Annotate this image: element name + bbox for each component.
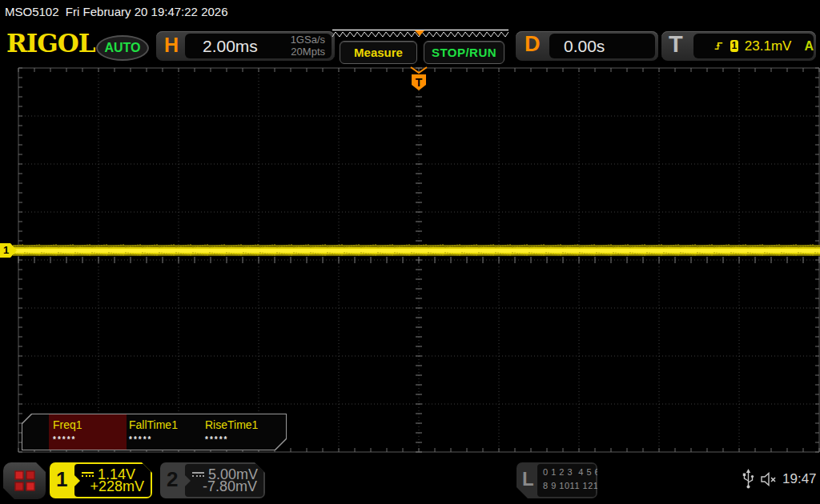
measurement-value: ***** bbox=[129, 435, 152, 444]
channel2-offset: -7.80mV bbox=[203, 478, 257, 495]
trigger-inner: 1 23.1mV A bbox=[693, 34, 814, 58]
channel2-values: 5.00mV -7.80mV bbox=[185, 464, 263, 497]
memory-depth: 20Mpts bbox=[291, 46, 325, 58]
channel1-tab-notch bbox=[74, 475, 80, 486]
channel1-values: 1.14V +228mV bbox=[74, 464, 151, 497]
trigger-label: T bbox=[669, 31, 683, 58]
logic-row-2: 8 9 1011 12131415 bbox=[543, 481, 625, 490]
channel1-badge[interactable]: 1 1.14V +228mV bbox=[50, 462, 152, 498]
trigger-position-marker[interactable]: T bbox=[408, 66, 430, 93]
channel2-tab-notch bbox=[185, 475, 191, 486]
logic-channel-list: 0 1 2 3 4 5 6 7 8 9 1011 12131415 bbox=[537, 464, 596, 497]
timebase-value: 2.00ms bbox=[203, 37, 258, 56]
speaker-muted-icon bbox=[760, 472, 778, 486]
delay-value: 0.00s bbox=[564, 37, 605, 56]
usb-icon bbox=[742, 469, 754, 490]
measurement-panel-body: Freq1 ***** FallTime1 ***** RiseTime1 **… bbox=[22, 414, 286, 450]
delay-settings-block[interactable]: D 0.00s bbox=[516, 31, 658, 61]
graticule-and-trace bbox=[0, 64, 820, 460]
sample-rate: 1GSa/s bbox=[291, 34, 325, 46]
logic-label: L bbox=[522, 468, 534, 490]
channel1-number: 1 bbox=[56, 467, 67, 492]
trigger-settings-block[interactable]: T 1 23.1mV A bbox=[661, 31, 816, 61]
horizontal-settings-block[interactable]: H 2.00ms 1GSa/s 20Mpts bbox=[156, 31, 335, 61]
channel2-badge[interactable]: 2 5.00mV -7.80mV bbox=[160, 462, 265, 498]
grid-menu-icon bbox=[14, 471, 34, 491]
measurement-value: ***** bbox=[205, 435, 228, 444]
channel2-number: 2 bbox=[167, 467, 178, 492]
oscilloscope-screen: MSO5102 Fri February 20 19:47:22 2026 RI… bbox=[0, 0, 820, 504]
clock: 19:47 bbox=[782, 471, 817, 487]
measurement-value: ***** bbox=[53, 435, 76, 444]
horizontal-inner: 2.00ms 1GSa/s 20Mpts bbox=[185, 34, 332, 58]
dc-coupling-icon bbox=[82, 472, 94, 477]
measurement-label[interactable]: RiseTime1 bbox=[205, 418, 258, 431]
rising-edge-trigger-icon bbox=[714, 39, 724, 53]
trigger-marker-letter: T bbox=[416, 76, 423, 89]
rigol-logo: RIGOL bbox=[6, 29, 95, 58]
logic-row-1: 0 1 2 3 4 5 6 7 bbox=[543, 467, 608, 477]
acquisition-mode-badge: AUTO bbox=[96, 35, 149, 61]
trigger-sweep-mode: A bbox=[804, 39, 814, 54]
delay-label: D bbox=[525, 32, 541, 57]
measurement-panel[interactable]: Freq1 ***** FallTime1 ***** RiseTime1 **… bbox=[22, 414, 287, 450]
quick-menu-button[interactable] bbox=[3, 462, 46, 499]
channel1-offset: +228mV bbox=[90, 478, 144, 495]
measurement-label[interactable]: FallTime1 bbox=[129, 418, 178, 431]
samplerate-depth: 1GSa/s 20Mpts bbox=[291, 34, 325, 58]
model-and-datetime: MSO5102 Fri February 20 19:47:22 2026 bbox=[5, 5, 228, 18]
horizontal-label: H bbox=[164, 34, 179, 57]
delay-inner: 0.00s bbox=[549, 34, 655, 58]
trigger-level-value: 23.1mV bbox=[745, 38, 792, 54]
waveform-preview-strip[interactable] bbox=[331, 29, 510, 40]
dc-coupling-icon bbox=[192, 472, 204, 477]
logic-channels-badge[interactable]: L 0 1 2 3 4 5 6 7 8 9 1011 12131415 bbox=[517, 462, 597, 498]
trigger-source-badge: 1 bbox=[730, 40, 738, 52]
measure-button[interactable]: Measure bbox=[340, 41, 417, 64]
measurement-label[interactable]: Freq1 bbox=[53, 418, 82, 431]
stop-run-button[interactable]: STOP/RUN bbox=[424, 41, 504, 64]
